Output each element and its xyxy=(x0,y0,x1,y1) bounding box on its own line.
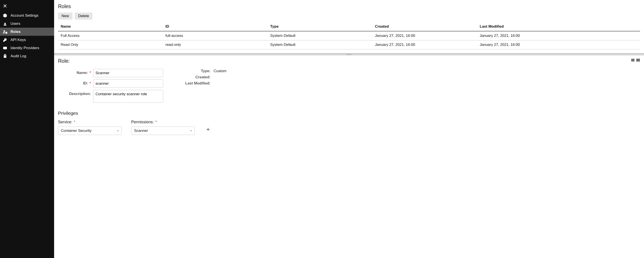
sidebar-item-roles[interactable]: Roles xyxy=(0,28,54,36)
key-icon xyxy=(3,38,8,42)
type-label: Type: xyxy=(183,69,214,73)
close-icon[interactable] xyxy=(3,5,8,9)
table-row[interactable]: Full Access full-access System Default J… xyxy=(58,31,640,40)
name-input[interactable] xyxy=(93,69,163,77)
roles-list-pane: Roles New Delete Name ID Type Created La… xyxy=(54,0,644,49)
col-type[interactable]: Type xyxy=(268,23,372,31)
sidebar-item-label: Account Settings xyxy=(10,13,38,18)
col-modified[interactable]: Last Modified xyxy=(477,23,640,31)
meta-block: Type: Custom Created: Last Modified: xyxy=(183,69,226,87)
delete-button[interactable]: Delete xyxy=(75,13,92,20)
layout-horizontal-icon[interactable] xyxy=(631,58,635,63)
id-card-icon xyxy=(3,46,8,50)
chevron-up-icon xyxy=(190,129,192,132)
new-button[interactable]: New xyxy=(58,13,72,20)
detail-title: Role: xyxy=(58,58,70,64)
description-label: Description: xyxy=(64,90,93,96)
sidebar-item-audit-log[interactable]: Audit Log xyxy=(0,52,54,60)
sidebar-item-label: Roles xyxy=(10,30,20,34)
description-input[interactable]: Container security scanner role xyxy=(93,90,163,103)
sidebar-item-label: Identity Providers xyxy=(10,46,39,50)
name-label: Name: * xyxy=(64,69,93,75)
sidebar-item-account-settings[interactable]: Account Settings xyxy=(0,12,54,20)
users-icon xyxy=(3,22,8,26)
col-id[interactable]: ID xyxy=(163,23,268,31)
sidebar-item-label: Audit Log xyxy=(10,54,26,58)
table-row[interactable]: Read Only read-only System Default Janua… xyxy=(58,40,640,49)
sidebar-item-identity-providers[interactable]: Identity Providers xyxy=(0,44,54,52)
svg-rect-3 xyxy=(638,59,640,62)
clipboard-icon xyxy=(3,54,8,58)
pane-splitter[interactable] xyxy=(54,53,644,55)
svg-rect-1 xyxy=(631,60,634,61)
layout-vertical-icon[interactable] xyxy=(636,58,640,63)
roles-table: Name ID Type Created Last Modified Full … xyxy=(58,23,640,49)
roles-icon xyxy=(3,30,8,34)
page-title: Roles xyxy=(58,4,640,10)
sidebar-item-users[interactable]: Users xyxy=(0,20,54,28)
main-content: Roles New Delete Name ID Type Created La… xyxy=(54,0,644,258)
gear-icon xyxy=(3,13,8,18)
id-label: ID: * xyxy=(64,79,93,86)
sidebar-item-api-keys[interactable]: API Keys xyxy=(0,36,54,44)
sidebar: Account Settings Users Roles API Keys Id… xyxy=(0,0,54,258)
chevron-up-icon xyxy=(116,129,120,132)
permissions-label: Permissions: * xyxy=(131,120,195,124)
svg-rect-2 xyxy=(636,59,638,62)
col-created[interactable]: Created xyxy=(372,23,477,31)
type-value: Custom xyxy=(214,69,226,73)
sidebar-item-label: Users xyxy=(10,22,20,26)
svg-rect-0 xyxy=(631,59,634,60)
created-label: Created: xyxy=(183,75,214,79)
modified-label: Last Modified: xyxy=(183,81,214,86)
col-name[interactable]: Name xyxy=(58,23,163,31)
role-detail-pane: Role: Name: * ID: * Description: Contain… xyxy=(54,55,644,140)
service-label: Service: * xyxy=(58,120,122,124)
add-privilege-button[interactable] xyxy=(204,126,212,134)
id-input[interactable] xyxy=(93,79,163,88)
permissions-select[interactable]: Scanner xyxy=(131,126,195,135)
service-select[interactable]: Container Security xyxy=(58,126,122,135)
privileges-title: Privileges xyxy=(58,110,640,116)
sidebar-item-label: API Keys xyxy=(10,38,26,42)
